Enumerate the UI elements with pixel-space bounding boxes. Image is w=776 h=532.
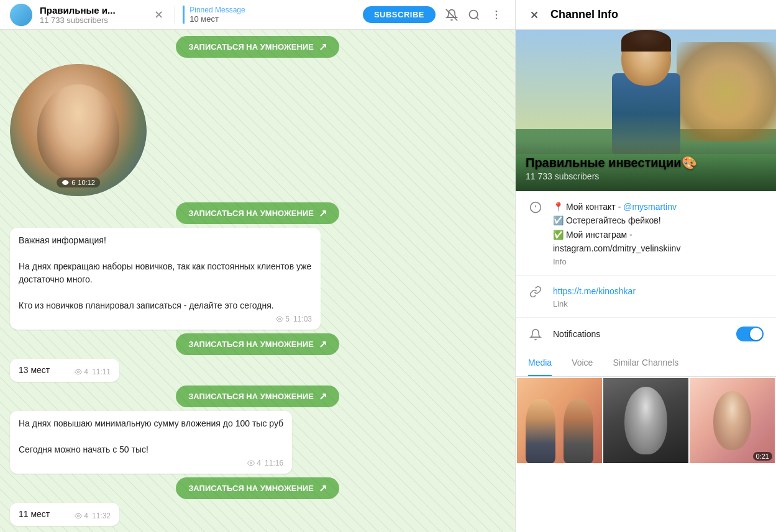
channel-banner: Правильные инвестиции🎨 11 733 subscriber… bbox=[516, 30, 776, 191]
signup-label: ЗАПИСАТЬСЯ НА УМНОЖЕНИЕ bbox=[188, 209, 314, 218]
timestamp: 11:11 bbox=[92, 367, 111, 376]
signup-label: ЗАПИСАТЬСЯ НА УМНОЖЕНИЕ bbox=[188, 484, 314, 493]
timestamp: 11:16 bbox=[265, 459, 283, 467]
notifications-toggle[interactable] bbox=[736, 327, 764, 341]
header-icons bbox=[443, 6, 505, 24]
signup-button-4[interactable]: ЗАПИСАТЬСЯ НА УМНОЖЕНИЕ ↗ bbox=[176, 385, 339, 407]
arrow-icon: ↗ bbox=[319, 482, 327, 494]
divider bbox=[175, 6, 175, 24]
notifications-row: Notifications bbox=[516, 318, 776, 350]
channel-name: Правильные и... bbox=[40, 5, 142, 16]
chat-panel: Правильные и... 11 733 subscribers ✕ Pin… bbox=[0, 0, 515, 532]
svg-point-1 bbox=[470, 10, 478, 18]
signup-label: ЗАПИСАТЬСЯ НА УМНОЖЕНИЕ bbox=[188, 392, 314, 401]
subscribe-button[interactable]: SUBSCRIBE bbox=[363, 6, 436, 23]
info-panel-header: Channel Info bbox=[516, 0, 776, 30]
tab-similar-channels[interactable]: Similar Channels bbox=[613, 350, 678, 376]
message-meta: 5 11:03 bbox=[19, 315, 312, 323]
video-views: 6 10:12 bbox=[57, 178, 100, 187]
bell-icon bbox=[528, 328, 543, 341]
signup-label: ЗАПИСАТЬСЯ НА УМНОЖЕНИЕ bbox=[188, 42, 314, 52]
chat-header: Правильные и... 11 733 subscribers ✕ Pin… bbox=[0, 0, 515, 30]
channel-banner-info: Правильные инвестиции🎨 11 733 subscriber… bbox=[526, 155, 697, 181]
tab-voice[interactable]: Voice bbox=[572, 350, 593, 376]
view-count: 6 bbox=[71, 179, 75, 186]
svg-point-4 bbox=[496, 14, 498, 16]
message-text: Важная информация! На днях прекращаю наб… bbox=[19, 234, 312, 312]
info-close-button[interactable] bbox=[526, 6, 543, 24]
message-meta: 4 11:16 bbox=[19, 459, 283, 467]
views: 4 bbox=[75, 512, 88, 520]
channel-name-banner: Правильные инвестиции🎨 bbox=[526, 155, 697, 170]
more-icon[interactable] bbox=[488, 6, 505, 24]
media-item-2[interactable] bbox=[603, 378, 688, 463]
arrow-icon: ↗ bbox=[319, 207, 327, 219]
views: 5 bbox=[276, 315, 290, 323]
link-label: Link bbox=[553, 299, 764, 309]
notifications-label: Notifications bbox=[553, 329, 726, 339]
channel-info: Правильные и... 11 733 subscribers bbox=[40, 5, 142, 25]
subscriber-count: 11 733 subscribers bbox=[40, 16, 142, 25]
video-message[interactable]: 6 10:12 bbox=[10, 64, 147, 196]
message-meta: 4 11:32 bbox=[75, 512, 111, 520]
signup-button-1[interactable]: ЗАПИСАТЬСЯ НА УМНОЖЕНИЕ ↗ bbox=[176, 36, 339, 58]
message-bubble-1: Важная информация! На днях прекращаю наб… bbox=[10, 228, 321, 330]
message-text: На днях повышаю минимальную сумму вложен… bbox=[19, 417, 283, 456]
info-icon bbox=[528, 201, 543, 214]
count-text: 11 мест bbox=[19, 508, 50, 521]
svg-point-9 bbox=[250, 462, 252, 464]
message-meta: 4 11:11 bbox=[75, 367, 111, 376]
svg-point-8 bbox=[78, 371, 80, 372]
info-text: 📍 Мой контакт - @mysmartinv ☑️ Остерегай… bbox=[553, 200, 764, 256]
svg-point-6 bbox=[65, 182, 66, 184]
info-panel: Channel Info Правильные инвестиции🎨 11 7… bbox=[515, 0, 776, 532]
close-button[interactable]: ✕ bbox=[150, 6, 167, 24]
svg-line-2 bbox=[477, 17, 479, 19]
info-label: Info bbox=[553, 257, 764, 266]
signup-label: ЗАПИСАТЬСЯ НА УМНОЖЕНИЕ bbox=[188, 340, 314, 349]
count-message-1: 13 мест 4 11:11 bbox=[10, 359, 119, 382]
svg-point-10 bbox=[78, 515, 80, 516]
pinned-text: 10 мест bbox=[189, 14, 245, 24]
signup-button-3[interactable]: ЗАПИСАТЬСЯ НА УМНОЖЕНИЕ ↗ bbox=[176, 333, 339, 355]
count-text: 13 мест bbox=[19, 364, 50, 377]
video-duration: 0:21 bbox=[753, 452, 772, 461]
media-tabs: Media Voice Similar Channels bbox=[516, 350, 776, 377]
contact-link[interactable]: @mysmartinv bbox=[623, 202, 677, 212]
svg-line-0 bbox=[446, 9, 457, 20]
media-grid: 0:21 bbox=[516, 377, 776, 464]
arrow-icon: ↗ bbox=[319, 390, 327, 402]
media-item-1[interactable] bbox=[517, 378, 602, 463]
avatar[interactable] bbox=[10, 4, 32, 26]
pinned-message[interactable]: Pinned Message 10 мест bbox=[183, 6, 245, 24]
chat-content: ЗАПИСАТЬСЯ НА УМНОЖЕНИЕ ↗ 6 10:12 ЗАПИСА… bbox=[0, 30, 515, 532]
svg-point-5 bbox=[496, 17, 498, 19]
media-item-3[interactable]: 0:21 bbox=[690, 378, 775, 463]
views: 4 bbox=[247, 459, 261, 467]
info-description-row: 📍 Мой контакт - @mysmartinv ☑️ Остерегай… bbox=[516, 191, 776, 276]
arrow-icon: ↗ bbox=[319, 338, 327, 350]
link-row: https://t.me/kinoshkar Link bbox=[516, 276, 776, 318]
svg-point-3 bbox=[496, 10, 498, 12]
search-icon[interactable] bbox=[465, 6, 483, 24]
count-message-2: 11 мест 4 11:32 bbox=[10, 503, 119, 526]
toggle-knob bbox=[750, 328, 762, 340]
timestamp: 10:12 bbox=[78, 179, 95, 186]
pinned-label: Pinned Message bbox=[189, 6, 245, 14]
signup-button-5[interactable]: ЗАПИСАТЬСЯ НА УМНОЖЕНИЕ ↗ bbox=[176, 477, 339, 499]
signup-button-2[interactable]: ЗАПИСАТЬСЯ НА УМНОЖЕНИЕ ↗ bbox=[176, 202, 339, 224]
info-details: 📍 Мой контакт - @mysmartinv ☑️ Остерегай… bbox=[516, 191, 776, 532]
timestamp: 11:03 bbox=[293, 315, 312, 323]
link-icon bbox=[528, 286, 543, 298]
timestamp: 11:32 bbox=[92, 512, 111, 520]
tab-media[interactable]: Media bbox=[528, 350, 552, 376]
info-panel-title: Channel Info bbox=[550, 8, 618, 21]
channel-link[interactable]: https://t.me/kinoshkar bbox=[553, 286, 636, 296]
link-content: https://t.me/kinoshkar Link bbox=[553, 284, 764, 309]
info-content: 📍 Мой контакт - @mysmartinv ☑️ Остерегай… bbox=[553, 200, 764, 266]
arrow-icon: ↗ bbox=[319, 41, 327, 53]
link-text: https://t.me/kinoshkar bbox=[553, 284, 764, 298]
svg-point-7 bbox=[279, 318, 281, 320]
views: 4 bbox=[75, 367, 88, 376]
bell-mute-icon[interactable] bbox=[443, 6, 460, 24]
